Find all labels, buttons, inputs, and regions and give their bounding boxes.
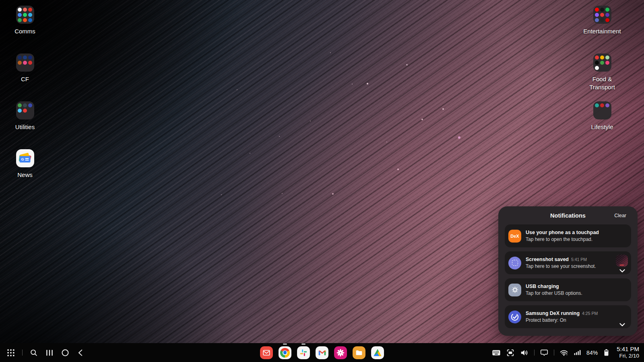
google-news-icon: G bbox=[16, 149, 34, 167]
google-drive-icon bbox=[371, 346, 384, 359]
chrome-icon bbox=[279, 346, 291, 359]
notification-body: Tap here to open the touchpad. bbox=[526, 237, 599, 242]
dock-app-my-files[interactable] bbox=[353, 343, 365, 362]
cellular-signal-icon[interactable] bbox=[574, 349, 581, 356]
back-button[interactable] bbox=[76, 348, 85, 357]
news-front-card: G bbox=[20, 156, 31, 162]
dock-app-gallery[interactable] bbox=[334, 343, 347, 362]
running-indicator bbox=[301, 343, 305, 345]
notification-list: DeX Use your phone as a touchpad Tap her… bbox=[498, 224, 638, 328]
usb-settings-gear-icon bbox=[508, 284, 521, 296]
mini-app-icon bbox=[23, 103, 27, 107]
mini-app-icon bbox=[18, 13, 22, 17]
dock-app-email[interactable] bbox=[260, 343, 273, 362]
app-google-news[interactable]: G News bbox=[0, 149, 53, 179]
mini-app-icon bbox=[600, 61, 604, 65]
mini-app-icon bbox=[23, 13, 27, 17]
notification-title: Samsung DeX running bbox=[526, 311, 580, 316]
notification-title: Screenshot saved bbox=[526, 257, 569, 262]
notification-body: Tap here to see your screenshot. bbox=[526, 263, 596, 269]
mini-app-icon bbox=[28, 103, 32, 107]
mini-app-icon bbox=[595, 13, 599, 17]
folder-utilities[interactable]: Utilities bbox=[0, 101, 53, 131]
mini-app-icon bbox=[28, 8, 32, 12]
crop-frame-glyph bbox=[512, 260, 518, 266]
folder-entertainment[interactable]: Entertainment bbox=[574, 6, 630, 35]
mini-app-icon bbox=[18, 103, 22, 107]
notification-texts: Screenshot saved 5:41 PM Tap here to see… bbox=[526, 257, 596, 269]
dock-app-slack[interactable] bbox=[297, 343, 310, 362]
my-files-folder-icon bbox=[353, 346, 365, 359]
taskbar-dock bbox=[260, 343, 384, 362]
clock-date: Fri, 2/10 bbox=[619, 353, 639, 359]
folder-label: Entertainment bbox=[583, 27, 621, 35]
separator bbox=[554, 350, 554, 356]
mini-app-icon bbox=[18, 61, 22, 65]
mini-app-icon bbox=[18, 109, 22, 113]
mini-app-icon bbox=[605, 8, 609, 12]
separator bbox=[22, 350, 23, 356]
clock[interactable]: 5:41 PM Fri, 2/10 bbox=[617, 346, 639, 360]
mini-app-icon bbox=[28, 18, 32, 22]
notification-dex-running[interactable]: Samsung DeX running 4:25 PM Protect batt… bbox=[505, 305, 631, 328]
mini-app-icon bbox=[600, 8, 604, 12]
app-label: News bbox=[17, 171, 33, 179]
mini-app-icon bbox=[28, 56, 32, 60]
dock-app-google-drive[interactable] bbox=[371, 343, 384, 362]
apps-grid-button[interactable] bbox=[6, 348, 15, 357]
folder-icon bbox=[16, 101, 34, 119]
battery-icon[interactable] bbox=[603, 348, 610, 357]
mini-app-icon bbox=[595, 66, 599, 70]
mini-app-icon bbox=[595, 61, 599, 65]
folder-comms[interactable]: Comms bbox=[0, 6, 53, 35]
notification-time: 4:25 PM bbox=[582, 311, 598, 316]
home-button[interactable] bbox=[61, 348, 70, 357]
dex-icon-text: DeX bbox=[510, 234, 519, 239]
notification-dex-touchpad[interactable]: DeX Use your phone as a touchpad Tap her… bbox=[505, 224, 631, 247]
dock-app-gmail[interactable] bbox=[316, 343, 328, 362]
separator bbox=[534, 350, 535, 356]
mini-app-icon bbox=[595, 18, 599, 22]
search-button[interactable] bbox=[29, 348, 38, 357]
notification-body: Tap for other USB options. bbox=[526, 290, 582, 296]
expand-chevron-icon[interactable] bbox=[619, 268, 626, 274]
samsung-dex-icon: DeX bbox=[508, 230, 521, 243]
dock-app-chrome[interactable] bbox=[279, 343, 291, 362]
mini-app-icon bbox=[18, 56, 22, 60]
news-logo-letter: G bbox=[21, 157, 24, 161]
notification-usb-charging[interactable]: USB charging Tap for other USB options. bbox=[505, 278, 631, 301]
mini-app-icon bbox=[23, 109, 27, 113]
recents-button[interactable] bbox=[45, 348, 54, 357]
mini-app-icon bbox=[28, 61, 32, 65]
wifi-icon[interactable] bbox=[559, 348, 568, 357]
mini-app-icon bbox=[600, 13, 604, 17]
keyboard-icon[interactable] bbox=[492, 348, 501, 357]
folder-icon bbox=[593, 6, 611, 24]
mini-app-icon bbox=[595, 103, 599, 107]
clock-time: 5:41 PM bbox=[617, 346, 639, 353]
notifications-header: Notifications Clear bbox=[498, 206, 638, 224]
news-logo-lines bbox=[25, 158, 29, 160]
clear-notifications-button[interactable]: Clear bbox=[614, 213, 626, 218]
notifications-title: Notifications bbox=[550, 212, 586, 219]
mini-app-icon bbox=[23, 18, 27, 22]
mini-app-icon bbox=[18, 18, 22, 22]
screenshot-thumbnail[interactable] bbox=[616, 255, 628, 267]
folder-cf[interactable]: CF bbox=[0, 53, 53, 83]
google-news-logo: G bbox=[20, 154, 31, 162]
battery-percent[interactable]: 84% bbox=[586, 350, 598, 356]
expand-chevron-icon[interactable] bbox=[619, 322, 626, 328]
notification-title: USB charging bbox=[526, 284, 559, 289]
folder-icon bbox=[16, 53, 34, 72]
notification-screenshot-saved[interactable]: Screenshot saved 5:41 PM Tap here to see… bbox=[505, 251, 631, 274]
notification-body: Protect battery: On bbox=[526, 317, 598, 323]
mini-app-icon bbox=[605, 13, 609, 17]
notification-title: Use your phone as a touchpad bbox=[526, 230, 599, 235]
volume-icon[interactable] bbox=[520, 348, 529, 357]
taskbar: 84% 5:41 PM Fri, 2/10 bbox=[0, 343, 644, 362]
screen-capture-icon[interactable] bbox=[506, 348, 515, 357]
chat-bubble-icon[interactable] bbox=[540, 348, 549, 357]
running-indicator bbox=[283, 343, 287, 345]
folder-lifestyle[interactable]: Lifestyle bbox=[574, 101, 630, 131]
folder-food-transport[interactable]: Food & Transport bbox=[574, 53, 630, 91]
